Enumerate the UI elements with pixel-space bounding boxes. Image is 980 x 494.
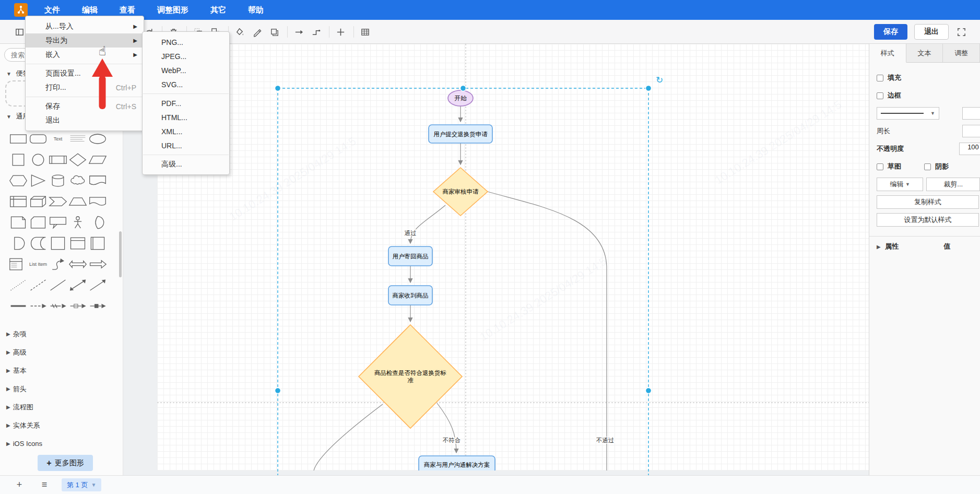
shape-ellipse[interactable] — [88, 128, 108, 149]
sketch-checkbox[interactable] — [877, 163, 883, 170]
shape-bidirectional-line[interactable] — [68, 275, 88, 296]
line-style-select[interactable]: ▼ — [877, 107, 939, 120]
shape-hexagon[interactable] — [8, 170, 28, 191]
shape-text[interactable]: Text — [48, 128, 68, 149]
export-submenu-item[interactable]: JPEG... — [143, 49, 229, 63]
insert-icon[interactable] — [335, 26, 346, 38]
shape-dashed-directional-line[interactable] — [28, 296, 48, 316]
selection-handle[interactable] — [275, 86, 281, 91]
category-3[interactable]: ▶箭头 — [6, 380, 42, 398]
more-shapes-button[interactable]: + 更多图形 — [38, 455, 93, 471]
flow-edge-2[interactable] — [410, 205, 445, 243]
shape-parallelogram[interactable] — [88, 149, 108, 170]
tab-调整[interactable]: 调整 — [943, 44, 980, 62]
flow-node-send-back[interactable]: 用户寄回商品 — [388, 246, 432, 266]
add-page-icon[interactable]: + — [14, 479, 25, 490]
export-submenu-item[interactable]: HTML... — [143, 110, 229, 124]
opacity-input[interactable]: 100 % — [959, 143, 980, 155]
shape-actor[interactable] — [68, 212, 88, 233]
shape-box-line[interactable] — [88, 296, 108, 316]
category-0[interactable]: ▶杂项 — [6, 325, 42, 343]
shape-process[interactable] — [48, 149, 68, 170]
category-6[interactable]: ▶iOS Icons — [6, 434, 42, 453]
export-submenu-item[interactable]: PDF... — [143, 96, 229, 110]
category-2[interactable]: ▶基本 — [6, 361, 42, 380]
flow-edge-7[interactable] — [314, 404, 383, 471]
shadow-icon[interactable] — [268, 26, 280, 38]
copy-style-button[interactable]: 复制样式 — [877, 195, 979, 209]
shape-line[interactable] — [48, 275, 68, 296]
exit-button[interactable]: 退出 — [914, 24, 949, 40]
shape-label-line[interactable] — [68, 296, 88, 316]
category-5[interactable]: ▶实体关系 — [6, 416, 42, 434]
shape-bold-line[interactable] — [8, 296, 28, 316]
fullscreen-icon[interactable] — [955, 26, 967, 38]
fill-color-icon[interactable] — [234, 26, 245, 38]
export-submenu-item[interactable]: URL... — [143, 138, 229, 152]
selection-handle[interactable] — [646, 86, 652, 91]
menubar-item-4[interactable]: 其它 — [203, 1, 233, 20]
shape-bidirectional-arrow[interactable] — [68, 254, 88, 275]
shape-rounded-rectangle[interactable] — [28, 128, 48, 149]
shape-or[interactable] — [88, 212, 108, 233]
category-4[interactable]: ▶流程图 — [6, 398, 42, 416]
shape-vertical-container[interactable] — [88, 233, 108, 254]
export-submenu-item[interactable]: PNG... — [143, 35, 229, 49]
tab-样式[interactable]: 样式 — [869, 44, 906, 63]
selection-handle[interactable] — [275, 388, 281, 394]
shape-dashed-line[interactable] — [28, 275, 48, 296]
file-menu-item[interactable]: 打印...Ctrl+P — [26, 80, 144, 95]
diagram-canvas[interactable]: 开始用户提交退换货申请商家审核申请用户寄回商品商家收到商品商品检查是否符合退换货… — [123, 44, 869, 475]
shape-square[interactable] — [8, 149, 28, 170]
shape-and[interactable] — [8, 233, 28, 254]
shape-note[interactable] — [8, 212, 28, 233]
export-submenu-item[interactable]: SVG... — [143, 77, 229, 91]
shape-card[interactable] — [28, 212, 48, 233]
export-submenu-item[interactable]: WebP... — [143, 63, 229, 77]
save-button[interactable]: 保存 — [874, 24, 907, 40]
shape-circle[interactable] — [28, 149, 48, 170]
property-header[interactable]: ▶ 属性 值 — [869, 236, 980, 251]
crop-button[interactable]: 裁剪... — [926, 178, 980, 191]
sidebar-scrollbar[interactable] — [119, 231, 122, 277]
shape-callout[interactable] — [48, 212, 68, 233]
shape-tape[interactable] — [88, 191, 108, 212]
shape-link[interactable] — [48, 296, 68, 316]
shape-document[interactable] — [88, 170, 108, 191]
shape-directional-line[interactable] — [88, 275, 108, 296]
connection-icon[interactable] — [293, 26, 304, 38]
page-tab[interactable]: 第 1 页 ▼ — [62, 478, 101, 491]
file-menu-item[interactable]: 嵌入▶ — [26, 48, 144, 62]
flow-edge-6[interactable] — [488, 192, 607, 471]
file-menu-item[interactable]: 退出 — [26, 113, 144, 127]
shape-curve[interactable] — [48, 254, 68, 275]
flow-node-check[interactable]: 商品检查是否符合退换货标准 — [359, 325, 462, 428]
shape-window[interactable] — [68, 233, 88, 254]
file-menu-item[interactable]: 从...导入▶ — [26, 19, 144, 33]
fill-checkbox[interactable] — [877, 75, 883, 81]
shape-triangle[interactable] — [28, 170, 48, 191]
shape-diamond[interactable] — [68, 149, 88, 170]
file-menu-item[interactable]: 页面设置... — [26, 66, 144, 80]
shape-container[interactable] — [48, 233, 68, 254]
edit-style-button[interactable]: 编辑 ▼ — [877, 178, 923, 191]
flow-node-submit[interactable]: 用户提交退换货申请 — [429, 125, 492, 143]
border-checkbox[interactable] — [877, 92, 883, 99]
selection-handle[interactable] — [461, 86, 466, 91]
shape-list-item[interactable]: List Item — [28, 254, 48, 275]
selection-handle[interactable] — [646, 388, 652, 394]
file-menu-item[interactable]: 保存Ctrl+S — [26, 99, 144, 113]
shadow-checkbox[interactable] — [924, 163, 931, 170]
shape-trapezoid[interactable] — [68, 191, 88, 212]
shape-arrow[interactable] — [88, 254, 108, 275]
shape-cylinder[interactable] — [48, 170, 68, 191]
waypoint-icon[interactable] — [310, 26, 322, 38]
tab-文本[interactable]: 文本 — [906, 44, 943, 62]
line-color-icon[interactable] — [251, 26, 263, 38]
table-icon[interactable] — [359, 26, 371, 38]
shape-list[interactable] — [8, 254, 28, 275]
shape-rectangle[interactable] — [8, 128, 28, 149]
flow-node-received[interactable]: 商家收到商品 — [388, 286, 432, 305]
shape-data-storage[interactable] — [28, 233, 48, 254]
flow-edge-5[interactable] — [437, 403, 456, 453]
